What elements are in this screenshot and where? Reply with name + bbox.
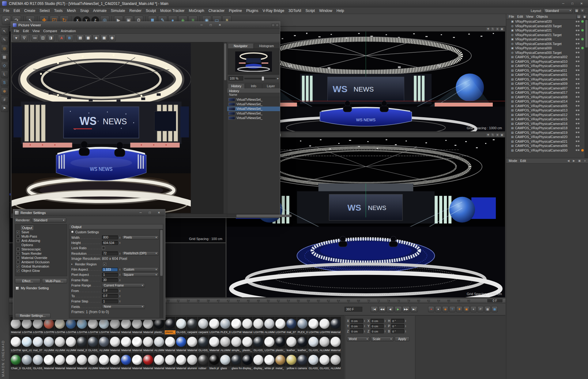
object-row[interactable]: ◎VRayPhysicalCamera006.Target: [506, 42, 588, 46]
material-item[interactable]: LGHTREI: [319, 317, 330, 334]
config-icon[interactable]: ≡: [583, 159, 587, 162]
timeline-tick[interactable]: 56: [296, 298, 300, 303]
tab-histogram[interactable]: Histogram: [254, 43, 280, 48]
maximize-button[interactable]: □: [568, 1, 577, 6]
visibility-dots-icon[interactable]: [576, 47, 579, 49]
keyframe-selection-button[interactable]: ◉: [442, 306, 448, 312]
menu-render[interactable]: Render: [127, 9, 144, 13]
stepper-icon[interactable]: [405, 320, 406, 322]
object-row[interactable]: ▤CAMPOS_VRayPhysicalCamera019: [506, 130, 588, 135]
timeline-tick[interactable]: 32: [176, 298, 180, 303]
material-item[interactable]: LGHTW: [231, 317, 242, 334]
visibility-dots-icon[interactable]: [576, 141, 579, 142]
material-item[interactable]: Material: [165, 335, 175, 352]
value-dropdown[interactable]: Current Frame: [102, 283, 145, 287]
coord-input[interactable]: 0 °: [391, 319, 404, 323]
material-item[interactable]: ALUMM: [66, 335, 76, 352]
material-item[interactable]: spot_o1: [21, 335, 32, 352]
material-item[interactable]: ALUMM: [220, 335, 231, 352]
material-item[interactable]: Material: [121, 353, 131, 370]
visibility-dots-icon[interactable]: [576, 39, 579, 40]
material-item[interactable]: ALUMM: [330, 353, 341, 370]
stepper-icon[interactable]: [384, 320, 386, 322]
object-state-icon[interactable]: [581, 47, 584, 49]
pan-icon[interactable]: ✚: [486, 27, 490, 31]
material-item[interactable]: GLASS_: [176, 317, 187, 334]
rs-section-options[interactable]: Options: [15, 243, 67, 247]
close-button[interactable]: ✕: [216, 22, 224, 28]
stepper-icon[interactable]: [384, 330, 386, 332]
tab-info[interactable]: Info: [245, 83, 262, 88]
pv-menu-view[interactable]: View: [31, 29, 42, 33]
material-item[interactable]: LGHTW: [10, 335, 21, 352]
material-item[interactable]: Material: [154, 353, 164, 370]
stepper-icon[interactable]: [405, 325, 406, 327]
timeline-tick[interactable]: 52: [276, 298, 281, 303]
rs-section-ambient-occlusion[interactable]: Ambient Occlusion: [15, 260, 67, 264]
field-value[interactable]: 1: [102, 273, 118, 277]
visibility-dots-icon[interactable]: [576, 78, 579, 80]
coord-input[interactable]: 0 cm: [350, 329, 363, 333]
menu-sculpt[interactable]: Sculpt: [144, 9, 158, 13]
material-item[interactable]: GLASS_: [253, 335, 264, 352]
timeline-tick[interactable]: 62: [326, 298, 331, 303]
material-item[interactable]: Material: [66, 353, 76, 370]
timeline-tick[interactable]: 70: [366, 298, 371, 303]
undo-icon[interactable]: ↶: [2, 16, 11, 25]
orbit-icon[interactable]: ↻: [491, 133, 495, 137]
object-row[interactable]: ▤CAMPOS_VRayPhysicalCamera013: [506, 108, 588, 113]
image-vertical-scrollbar[interactable]: [223, 42, 227, 214]
field-value[interactable]: 1.323: [102, 268, 118, 272]
key-scale-button[interactable]: ▣: [463, 306, 469, 312]
render-settings-button[interactable]: Render Settings...: [15, 313, 51, 318]
compare-view-icon[interactable]: ◫: [39, 35, 47, 41]
material-item[interactable]: mat_07: [32, 335, 43, 352]
material-item[interactable]: Material: [77, 353, 87, 370]
visibility-dots-icon[interactable]: [576, 123, 579, 124]
goto-end-button[interactable]: ▶|: [410, 306, 418, 312]
unit-dropdown[interactable]: Pixels: [122, 235, 159, 240]
rs-section-stereoscopic[interactable]: Stereoscopic: [15, 247, 67, 251]
rs-section-team-render[interactable]: Team Render: [15, 251, 67, 256]
object-state-icon[interactable]: [581, 149, 584, 152]
timeline-tick[interactable]: 48: [256, 298, 260, 303]
visibility-dots-icon[interactable]: [576, 118, 579, 120]
timeline-tick[interactable]: 50: [266, 298, 270, 303]
material-item[interactable]: metal_: [275, 353, 286, 370]
renderer-dropdown[interactable]: Standard: [32, 218, 66, 223]
om-menu-objects[interactable]: Objects: [535, 15, 549, 18]
object-row[interactable]: ▤CAMPOS_VRayPhysicalCamera020: [506, 135, 588, 139]
unit-dropdown[interactable]: Pixels/Inch (DPI): [122, 251, 159, 256]
object-row[interactable]: ▤CAMPOS_VRayPhysicalCamera000: [506, 148, 588, 153]
visibility-dots-icon[interactable]: [576, 136, 579, 138]
material-item[interactable]: GLASS_: [308, 335, 319, 352]
history-item[interactable]: VirtualTvNewsSet_: [227, 107, 280, 111]
visibility-dots-icon[interactable]: [576, 96, 579, 98]
material-item[interactable]: leather_: [286, 335, 297, 352]
material-item[interactable]: LGHTW: [275, 317, 286, 334]
render-settings-titlebar[interactable]: Render Settings ─ □ ✕: [13, 209, 165, 216]
coord-system-dropdown[interactable]: World: [347, 336, 370, 341]
record-button[interactable]: ●: [428, 306, 434, 312]
visibility-dots-icon[interactable]: [576, 127, 579, 129]
menu-snap[interactable]: Snap: [78, 9, 91, 13]
material-item[interactable]: Material: [176, 353, 187, 370]
workplane-tool-icon[interactable]: L: [1, 70, 8, 78]
layout-grid-icon[interactable]: ▦: [574, 8, 579, 13]
scrollbar-thumb[interactable]: [585, 20, 588, 47]
lock-tool-icon[interactable]: ⚑: [1, 105, 8, 112]
visibility-dots-icon[interactable]: [576, 149, 579, 151]
coord-input[interactable]: 0 cm: [371, 324, 384, 328]
next-frame-button[interactable]: ▶▶: [402, 306, 410, 312]
layout-dropdown[interactable]: Standard: [543, 8, 573, 13]
checkbox[interactable]: ✓: [17, 231, 20, 234]
checkbox[interactable]: [17, 261, 20, 264]
tab-history[interactable]: History: [228, 83, 245, 88]
material-item[interactable]: yellow n: [286, 353, 297, 370]
rs-section-anti-aliasing[interactable]: Anti-Aliasing: [15, 238, 67, 243]
checkbox[interactable]: [17, 235, 20, 238]
rs-section-material-override[interactable]: Material Override: [15, 256, 67, 260]
object-state-icon[interactable]: [581, 38, 584, 40]
menu-plugins[interactable]: Plugins: [244, 9, 260, 13]
timeline-tick[interactable]: 36: [196, 298, 200, 303]
